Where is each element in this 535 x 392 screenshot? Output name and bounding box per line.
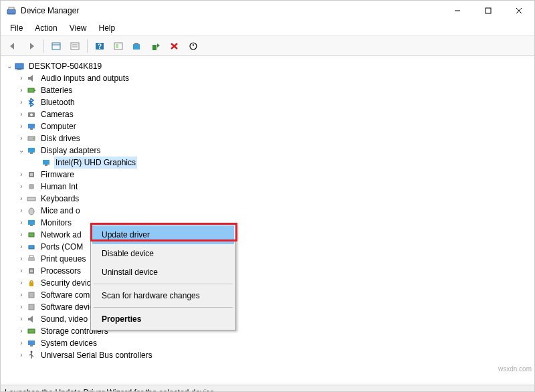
sysdev-icon	[26, 338, 37, 349]
svg-rect-52	[28, 340, 35, 345]
expand-icon[interactable]: ›	[17, 277, 26, 289]
watermark: wsxdn.com	[498, 365, 532, 373]
expand-icon[interactable]: ›	[17, 72, 26, 84]
ctx-separator	[94, 307, 233, 308]
expand-icon[interactable]: ›	[17, 301, 26, 313]
svg-rect-22	[17, 69, 21, 70]
device-tree[interactable]: ⌄ DESKTOP-504K819 ›Audio inputs and outp…	[1, 56, 534, 385]
expand-icon[interactable]: ›	[17, 349, 26, 361]
update-driver-button[interactable]	[148, 39, 164, 54]
expand-icon[interactable]: ›	[17, 325, 26, 337]
expand-icon[interactable]: ›	[17, 169, 26, 181]
tree-node-hid[interactable]: ›Human Int	[5, 181, 534, 193]
ctx-scan-hardware[interactable]: Scan for hardware changes	[92, 286, 234, 305]
network-icon	[26, 229, 37, 240]
svg-rect-6	[52, 43, 60, 50]
expand-icon[interactable]: ⌄	[5, 60, 14, 72]
node-label: Intel(R) UHD Graphics	[54, 157, 137, 169]
tree-node-usb[interactable]: ›Universal Serial Bus controllers	[5, 349, 534, 361]
tree-node-display-child[interactable]: Intel(R) UHD Graphics	[5, 157, 534, 169]
tree-node-storage[interactable]: ›Storage controllers	[5, 325, 534, 337]
menu-help[interactable]: Help	[94, 22, 121, 34]
ctx-disable-device[interactable]: Disable device	[92, 244, 234, 263]
ctx-uninstall-device[interactable]: Uninstall device	[92, 263, 234, 282]
expand-icon[interactable]: ›	[17, 96, 26, 108]
expand-icon[interactable]: ›	[17, 241, 26, 253]
tree-node-ports[interactable]: ›Ports (COM	[5, 241, 534, 253]
help-button[interactable]: ?	[92, 39, 108, 54]
expand-icon[interactable]: ›	[17, 337, 26, 349]
expand-icon[interactable]: ›	[17, 132, 26, 144]
maximize-button[interactable]	[473, 1, 504, 21]
svg-rect-24	[34, 90, 35, 91]
svg-rect-41	[30, 225, 33, 226]
scan-hardware-button[interactable]	[129, 39, 145, 54]
tree-node-security[interactable]: ›Security devices	[5, 277, 534, 289]
show-hidden-button[interactable]	[48, 39, 64, 54]
toolbar-icon-1[interactable]	[110, 39, 126, 54]
svg-rect-27	[28, 124, 35, 128]
expand-icon[interactable]: ›	[17, 313, 26, 325]
uninstall-button[interactable]	[167, 39, 183, 54]
svg-point-30	[33, 138, 34, 139]
tree-node-display[interactable]: ⌄Display adapters	[5, 144, 534, 157]
node-label: Print queues	[39, 253, 87, 265]
properties-button[interactable]	[67, 39, 83, 54]
tree-node-batteries[interactable]: ›Batteries	[5, 84, 534, 96]
expand-icon[interactable]: ›	[17, 205, 26, 217]
expand-icon[interactable]: ›	[17, 84, 26, 96]
minimize-button[interactable]	[442, 1, 473, 21]
back-button[interactable]	[5, 39, 21, 54]
disable-button[interactable]	[185, 39, 201, 54]
keyboard-icon	[26, 193, 37, 204]
close-button[interactable]	[504, 1, 534, 21]
tree-node-network[interactable]: ›Network ad	[5, 229, 534, 241]
node-label: Monitors	[39, 217, 73, 229]
expand-icon[interactable]: ›	[17, 229, 26, 241]
expand-icon[interactable]: ›	[17, 120, 26, 132]
expand-icon[interactable]: ›	[17, 217, 26, 229]
statusbar-text: Launches the Update Driver Wizard for th…	[5, 388, 217, 392]
tree-node-disk[interactable]: ›Disk drives	[5, 132, 534, 144]
audio-icon	[26, 73, 37, 84]
tree-node-computer[interactable]: ›Computer	[5, 120, 534, 132]
tree-node-sound[interactable]: ›Sound, video and game controllers	[5, 313, 534, 325]
app-icon	[6, 5, 17, 16]
menu-view[interactable]: View	[64, 22, 92, 34]
menu-action[interactable]: Action	[29, 22, 62, 34]
ctx-update-driver[interactable]: Update driver	[92, 225, 234, 244]
tree-node-swdev[interactable]: ›Software devices	[5, 301, 534, 313]
tree-node-bluetooth[interactable]: ›Bluetooth	[5, 96, 534, 108]
node-label: System devices	[39, 337, 98, 349]
tree-root[interactable]: ⌄ DESKTOP-504K819	[5, 60, 534, 72]
expand-icon[interactable]: ›	[17, 253, 26, 265]
svg-rect-44	[28, 258, 35, 261]
tree-node-monitors[interactable]: ›Monitors	[5, 217, 534, 229]
expand-icon[interactable]: ›	[17, 193, 26, 205]
tree-node-cameras[interactable]: ›Cameras	[5, 108, 534, 120]
svg-rect-36	[30, 173, 33, 176]
tree-node-sysdev[interactable]: ›System devices	[5, 337, 534, 349]
monitor-icon	[26, 217, 37, 228]
expand-icon[interactable]: ›	[17, 181, 26, 193]
usb-icon	[26, 350, 37, 361]
tree-node-processors[interactable]: ›Processors	[5, 265, 534, 277]
tree-node-swcomp[interactable]: ›Software components	[5, 289, 534, 301]
tree-node-audio[interactable]: ›Audio inputs and outputs	[5, 72, 534, 84]
forward-button[interactable]	[23, 39, 39, 54]
sound-icon	[26, 314, 37, 324]
expand-icon[interactable]: ›	[17, 289, 26, 301]
computer-node-icon	[26, 121, 37, 132]
expand-icon[interactable]: ›	[17, 265, 26, 277]
expand-icon[interactable]: ›	[17, 108, 26, 120]
tree-node-keyboards[interactable]: ›Keyboards	[5, 193, 534, 205]
svg-rect-43	[29, 246, 34, 249]
tree-node-mice[interactable]: ›Mice and o	[5, 205, 534, 217]
ctx-properties[interactable]: Properties	[92, 310, 234, 328]
collapse-icon[interactable]: ⌄	[17, 144, 26, 157]
svg-rect-8	[71, 43, 79, 50]
menu-file[interactable]: File	[5, 22, 28, 34]
tree-node-firmware[interactable]: ›Firmware	[5, 169, 534, 181]
tree-node-printq[interactable]: ›Print queues	[5, 253, 534, 265]
svg-rect-37	[29, 184, 34, 189]
